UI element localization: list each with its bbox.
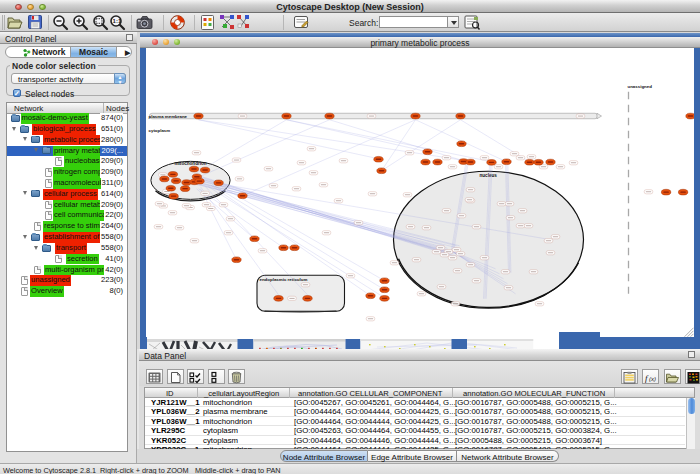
svg-text:cytoplasm: cytoplasm [148,127,170,132]
svg-text:unassigned: unassigned [627,83,652,88]
svg-text:(x): (x) [649,376,656,382]
svg-text:nucleus: nucleus [479,172,497,177]
svg-text:plasma membrane: plasma membrane [148,113,187,118]
svg-text:1:1: 1:1 [113,18,122,24]
svg-text:mitochondrion: mitochondrion [174,161,206,166]
